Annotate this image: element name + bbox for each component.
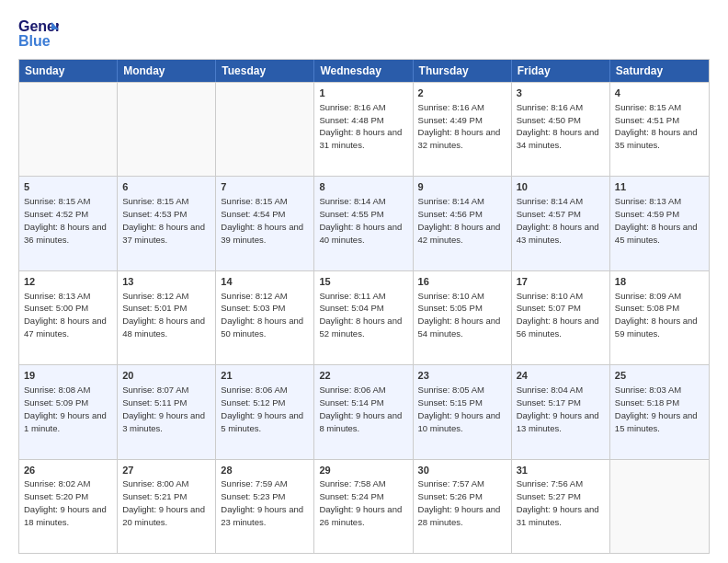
header: General Blue bbox=[18, 15, 710, 52]
calendar-row: 5Sunrise: 8:15 AM Sunset: 4:52 PM Daylig… bbox=[19, 176, 709, 270]
header-day: Thursday bbox=[414, 60, 512, 82]
day-number: 5 bbox=[24, 180, 112, 194]
calendar-cell: 1Sunrise: 8:16 AM Sunset: 4:48 PM Daylig… bbox=[314, 83, 413, 176]
day-number: 23 bbox=[418, 369, 506, 383]
calendar-cell: 15Sunrise: 8:11 AM Sunset: 5:04 PM Dayli… bbox=[314, 271, 413, 364]
cell-info: Sunrise: 8:15 AM Sunset: 4:52 PM Dayligh… bbox=[24, 196, 107, 244]
cell-info: Sunrise: 8:07 AM Sunset: 5:11 PM Dayligh… bbox=[122, 385, 205, 432]
day-number: 6 bbox=[122, 180, 210, 194]
day-number: 15 bbox=[319, 275, 407, 289]
page: General Blue SundayMondayTuesdayWednesda… bbox=[0, 0, 728, 563]
calendar-cell: 18Sunrise: 8:09 AM Sunset: 5:08 PM Dayli… bbox=[610, 271, 709, 364]
cell-info: Sunrise: 8:06 AM Sunset: 5:12 PM Dayligh… bbox=[221, 385, 303, 432]
calendar-cell: 27Sunrise: 8:00 AM Sunset: 5:21 PM Dayli… bbox=[118, 460, 216, 553]
cell-info: Sunrise: 8:12 AM Sunset: 5:03 PM Dayligh… bbox=[221, 291, 303, 339]
calendar-cell: 5Sunrise: 8:15 AM Sunset: 4:52 PM Daylig… bbox=[19, 177, 118, 270]
cell-info: Sunrise: 8:15 AM Sunset: 4:53 PM Dayligh… bbox=[122, 196, 205, 244]
calendar-cell: 30Sunrise: 7:57 AM Sunset: 5:26 PM Dayli… bbox=[414, 460, 512, 553]
calendar-cell: 26Sunrise: 8:02 AM Sunset: 5:20 PM Dayli… bbox=[19, 460, 118, 553]
day-number: 9 bbox=[418, 180, 506, 194]
cell-info: Sunrise: 8:16 AM Sunset: 4:48 PM Dayligh… bbox=[319, 102, 402, 150]
calendar-cell bbox=[610, 460, 709, 553]
day-number: 21 bbox=[221, 369, 309, 383]
cell-info: Sunrise: 8:06 AM Sunset: 5:14 PM Dayligh… bbox=[319, 385, 402, 432]
calendar-cell: 12Sunrise: 8:13 AM Sunset: 5:00 PM Dayli… bbox=[19, 271, 118, 364]
day-number: 4 bbox=[615, 86, 704, 100]
calendar-cell: 20Sunrise: 8:07 AM Sunset: 5:11 PM Dayli… bbox=[118, 365, 216, 458]
day-number: 16 bbox=[418, 275, 506, 289]
day-number: 11 bbox=[615, 180, 704, 194]
header-day: Tuesday bbox=[216, 60, 314, 82]
cell-info: Sunrise: 8:10 AM Sunset: 5:07 PM Dayligh… bbox=[517, 291, 599, 339]
cell-info: Sunrise: 7:58 AM Sunset: 5:24 PM Dayligh… bbox=[319, 478, 402, 526]
cell-info: Sunrise: 8:03 AM Sunset: 5:18 PM Dayligh… bbox=[615, 385, 698, 432]
cell-info: Sunrise: 8:16 AM Sunset: 4:49 PM Dayligh… bbox=[418, 102, 501, 150]
calendar-cell: 13Sunrise: 8:12 AM Sunset: 5:01 PM Dayli… bbox=[118, 271, 216, 364]
calendar-cell: 28Sunrise: 7:59 AM Sunset: 5:23 PM Dayli… bbox=[216, 460, 314, 553]
calendar-cell: 25Sunrise: 8:03 AM Sunset: 5:18 PM Dayli… bbox=[610, 365, 709, 458]
calendar-row: 12Sunrise: 8:13 AM Sunset: 5:00 PM Dayli… bbox=[19, 270, 709, 364]
day-number: 20 bbox=[122, 369, 210, 383]
calendar-cell: 10Sunrise: 8:14 AM Sunset: 4:57 PM Dayli… bbox=[512, 177, 610, 270]
day-number: 8 bbox=[319, 180, 407, 194]
day-number: 27 bbox=[122, 464, 210, 477]
day-number: 26 bbox=[24, 464, 112, 477]
day-number: 2 bbox=[418, 86, 506, 100]
cell-info: Sunrise: 8:13 AM Sunset: 5:00 PM Dayligh… bbox=[24, 291, 107, 339]
calendar-cell: 21Sunrise: 8:06 AM Sunset: 5:12 PM Dayli… bbox=[216, 365, 314, 458]
day-number: 28 bbox=[221, 464, 309, 477]
cell-info: Sunrise: 8:15 AM Sunset: 4:51 PM Dayligh… bbox=[615, 102, 698, 150]
cell-info: Sunrise: 8:13 AM Sunset: 4:59 PM Dayligh… bbox=[615, 196, 698, 244]
header-day: Sunday bbox=[19, 60, 118, 82]
cell-info: Sunrise: 8:08 AM Sunset: 5:09 PM Dayligh… bbox=[24, 385, 107, 432]
cell-info: Sunrise: 8:05 AM Sunset: 5:15 PM Dayligh… bbox=[418, 385, 501, 432]
cell-info: Sunrise: 8:16 AM Sunset: 4:50 PM Dayligh… bbox=[517, 102, 599, 150]
cell-info: Sunrise: 8:15 AM Sunset: 4:54 PM Dayligh… bbox=[221, 196, 303, 244]
day-number: 29 bbox=[319, 464, 407, 477]
header-day: Wednesday bbox=[314, 60, 413, 82]
calendar-cell: 19Sunrise: 8:08 AM Sunset: 5:09 PM Dayli… bbox=[19, 365, 118, 458]
cell-info: Sunrise: 8:11 AM Sunset: 5:04 PM Dayligh… bbox=[319, 291, 402, 339]
calendar-row: 19Sunrise: 8:08 AM Sunset: 5:09 PM Dayli… bbox=[19, 364, 709, 458]
cell-info: Sunrise: 7:56 AM Sunset: 5:27 PM Dayligh… bbox=[517, 478, 599, 526]
cell-info: Sunrise: 8:09 AM Sunset: 5:08 PM Dayligh… bbox=[615, 291, 698, 339]
day-number: 31 bbox=[517, 464, 605, 477]
calendar-cell: 11Sunrise: 8:13 AM Sunset: 4:59 PM Dayli… bbox=[610, 177, 709, 270]
header-day: Monday bbox=[118, 60, 216, 82]
day-number: 13 bbox=[122, 275, 210, 289]
cell-info: Sunrise: 7:59 AM Sunset: 5:23 PM Dayligh… bbox=[221, 478, 303, 526]
cell-info: Sunrise: 8:00 AM Sunset: 5:21 PM Dayligh… bbox=[122, 478, 205, 526]
day-number: 25 bbox=[615, 369, 704, 383]
day-number: 30 bbox=[418, 464, 506, 477]
calendar-row: 26Sunrise: 8:02 AM Sunset: 5:20 PM Dayli… bbox=[19, 459, 709, 553]
calendar-cell: 23Sunrise: 8:05 AM Sunset: 5:15 PM Dayli… bbox=[414, 365, 512, 458]
day-number: 17 bbox=[517, 275, 605, 289]
calendar-cell bbox=[216, 83, 314, 176]
calendar-cell: 4Sunrise: 8:15 AM Sunset: 4:51 PM Daylig… bbox=[610, 83, 709, 176]
cell-info: Sunrise: 8:02 AM Sunset: 5:20 PM Dayligh… bbox=[24, 478, 107, 526]
logo-icon: General Blue bbox=[18, 15, 59, 52]
cell-info: Sunrise: 8:12 AM Sunset: 5:01 PM Dayligh… bbox=[122, 291, 205, 339]
header-day: Saturday bbox=[610, 60, 709, 82]
calendar-cell: 22Sunrise: 8:06 AM Sunset: 5:14 PM Dayli… bbox=[314, 365, 413, 458]
calendar-cell: 16Sunrise: 8:10 AM Sunset: 5:05 PM Dayli… bbox=[414, 271, 512, 364]
calendar-cell: 3Sunrise: 8:16 AM Sunset: 4:50 PM Daylig… bbox=[512, 83, 610, 176]
day-number: 7 bbox=[221, 180, 309, 194]
logo: General Blue bbox=[18, 15, 59, 52]
header-day: Friday bbox=[512, 60, 610, 82]
calendar-cell: 31Sunrise: 7:56 AM Sunset: 5:27 PM Dayli… bbox=[512, 460, 610, 553]
calendar-header: SundayMondayTuesdayWednesdayThursdayFrid… bbox=[19, 60, 709, 82]
cell-info: Sunrise: 8:14 AM Sunset: 4:55 PM Dayligh… bbox=[319, 196, 402, 244]
day-number: 24 bbox=[517, 369, 605, 383]
calendar-cell: 6Sunrise: 8:15 AM Sunset: 4:53 PM Daylig… bbox=[118, 177, 216, 270]
cell-info: Sunrise: 8:10 AM Sunset: 5:05 PM Dayligh… bbox=[418, 291, 501, 339]
calendar-row: 1Sunrise: 8:16 AM Sunset: 4:48 PM Daylig… bbox=[19, 82, 709, 176]
calendar-cell: 24Sunrise: 8:04 AM Sunset: 5:17 PM Dayli… bbox=[512, 365, 610, 458]
cell-info: Sunrise: 8:14 AM Sunset: 4:56 PM Dayligh… bbox=[418, 196, 501, 244]
calendar-cell: 17Sunrise: 8:10 AM Sunset: 5:07 PM Dayli… bbox=[512, 271, 610, 364]
calendar-cell: 2Sunrise: 8:16 AM Sunset: 4:49 PM Daylig… bbox=[414, 83, 512, 176]
cell-info: Sunrise: 8:04 AM Sunset: 5:17 PM Dayligh… bbox=[517, 385, 599, 432]
calendar-cell: 7Sunrise: 8:15 AM Sunset: 4:54 PM Daylig… bbox=[216, 177, 314, 270]
day-number: 14 bbox=[221, 275, 309, 289]
day-number: 3 bbox=[517, 86, 605, 100]
